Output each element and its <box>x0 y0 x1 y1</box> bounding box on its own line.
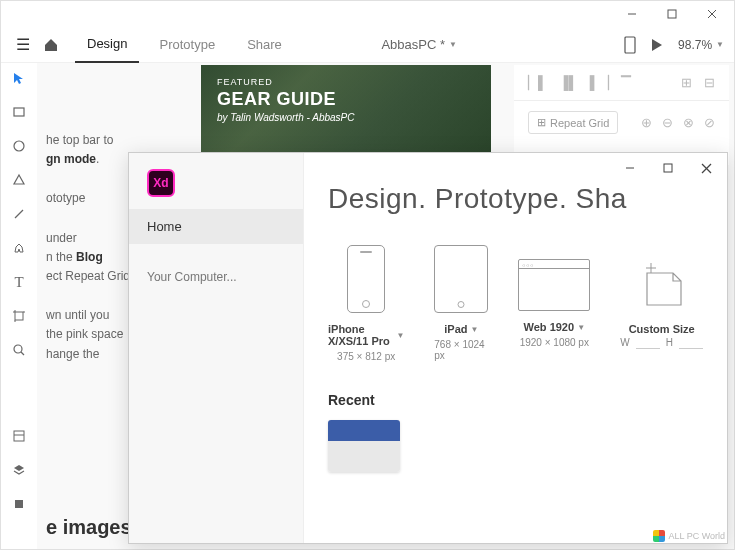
artboard-tool-icon[interactable] <box>10 307 28 325</box>
chevron-down-icon: ▼ <box>449 40 457 49</box>
properties-panel: ▏▌ ▐▌ ▌▕ ▔ ⊞ ⊟ ⊞ Repeat Grid ⊕ ⊖ ⊗ ⊘ <box>514 65 729 165</box>
nav-home[interactable]: Home <box>129 209 303 244</box>
align-right-icon[interactable]: ▌▕ <box>590 75 609 90</box>
select-tool-icon[interactable] <box>10 69 28 87</box>
distribute-v-icon[interactable]: ⊟ <box>704 75 715 90</box>
xd-logo-icon: Xd <box>147 169 175 197</box>
width-label: W <box>620 337 629 348</box>
preset-name-label: iPad <box>444 323 467 335</box>
maximize-button[interactable] <box>652 1 692 27</box>
exclude-icon[interactable]: ⊘ <box>704 115 715 130</box>
tablet-icon <box>434 245 488 313</box>
svg-rect-17 <box>15 500 23 508</box>
welcome-maximize-button[interactable] <box>649 154 687 182</box>
boolean-ops: ⊕ ⊖ ⊗ ⊘ <box>641 115 715 130</box>
align-center-h-icon[interactable]: ▐▌ <box>559 75 577 90</box>
chevron-down-icon: ▼ <box>470 325 478 334</box>
zoom-tool-icon[interactable] <box>10 341 28 359</box>
preset-iphone[interactable]: iPhone X/XS/11 Pro ▼ 375 × 812 px <box>328 245 404 362</box>
repeat-grid-row: ⊞ Repeat Grid ⊕ ⊖ ⊗ ⊘ <box>514 101 729 144</box>
recent-heading: Recent <box>328 392 703 408</box>
repeat-grid-label: Repeat Grid <box>550 117 609 129</box>
chevron-down-icon: ▼ <box>577 323 585 332</box>
help-text: wn until you <box>46 308 109 322</box>
nav-your-computer[interactable]: Your Computer... <box>129 260 303 294</box>
main-titlebar <box>1 1 734 27</box>
phone-icon <box>347 245 385 313</box>
help-text: Blog <box>76 250 103 264</box>
repeat-grid-button[interactable]: ⊞ Repeat Grid <box>528 111 618 134</box>
preset-custom[interactable]: Custom Size W H <box>620 245 703 362</box>
hero-featured-label: FEATURED <box>217 77 475 87</box>
recent-file-thumb[interactable] <box>328 420 400 472</box>
grid-icon: ⊞ <box>537 116 546 129</box>
right-controls: 98.7% ▼ <box>624 36 724 54</box>
help-text: gn mode <box>46 152 96 166</box>
tab-design[interactable]: Design <box>75 27 139 63</box>
chevron-down-icon: ▼ <box>396 331 404 340</box>
height-input[interactable] <box>679 335 703 349</box>
project-name[interactable]: AbbasPC * ▼ <box>381 37 457 52</box>
polygon-tool-icon[interactable] <box>10 171 28 189</box>
welcome-main: Design. Prototype. Sha iPhone X/XS/11 Pr… <box>304 153 727 543</box>
help-text: under <box>46 231 77 245</box>
layers-icon[interactable] <box>10 461 28 479</box>
home-icon[interactable] <box>43 37 67 53</box>
play-icon[interactable] <box>650 38 664 52</box>
hero-artboard[interactable]: FEATURED GEAR GUIDE by Talin Wadsworth -… <box>201 65 491 165</box>
svg-rect-8 <box>15 312 23 320</box>
svg-rect-4 <box>625 37 635 53</box>
align-top-icon[interactable]: ▔ <box>621 75 631 90</box>
distribute-h-icon[interactable]: ⊞ <box>681 75 692 90</box>
project-name-label: AbbasPC * <box>381 37 445 52</box>
help-text: n the <box>46 250 73 264</box>
browser-icon: ○○○ <box>518 259 590 311</box>
left-toolbar: T <box>1 63 37 523</box>
intersect-icon[interactable]: ⊗ <box>683 115 694 130</box>
plugins-icon[interactable] <box>10 495 28 513</box>
watermark: ALL PC World <box>653 530 725 542</box>
preset-name-label: Web 1920 <box>524 321 575 333</box>
help-text: ect Repeat Grid <box>46 269 130 283</box>
subtract-icon[interactable]: ⊖ <box>662 115 673 130</box>
line-tool-icon[interactable] <box>10 205 28 223</box>
zoom-control[interactable]: 98.7% ▼ <box>678 38 724 52</box>
tab-share[interactable]: Share <box>235 27 294 63</box>
hero-title: GEAR GUIDE <box>217 89 475 110</box>
preset-dims-label: 375 × 812 px <box>337 351 395 362</box>
menu-icon[interactable]: ☰ <box>11 35 35 54</box>
svg-point-13 <box>14 345 22 353</box>
preset-dims-label: 1920 × 1080 px <box>520 337 589 348</box>
watermark-text: ALL PC World <box>668 531 725 541</box>
svg-rect-1 <box>668 10 676 18</box>
ellipse-tool-icon[interactable] <box>10 137 28 155</box>
close-button[interactable] <box>692 1 732 27</box>
svg-rect-5 <box>14 108 24 116</box>
custom-size-inputs: W H <box>620 335 703 349</box>
align-tools-row: ▏▌ ▐▌ ▌▕ ▔ ⊞ ⊟ <box>514 65 729 101</box>
tab-prototype[interactable]: Prototype <box>147 27 227 63</box>
welcome-minimize-button[interactable] <box>611 154 649 182</box>
welcome-close-button[interactable] <box>687 154 725 182</box>
hero-byline: by Talin Wadsworth - AbbasPC <box>217 112 475 123</box>
assets-icon[interactable] <box>10 427 28 445</box>
zoom-value: 98.7% <box>678 38 712 52</box>
align-left-icon[interactable]: ▏▌ <box>528 75 547 90</box>
preset-ipad[interactable]: iPad ▼ 768 × 1024 px <box>434 245 488 362</box>
text-tool-icon[interactable]: T <box>10 273 28 291</box>
custom-size-icon <box>637 255 687 313</box>
device-preview-icon[interactable] <box>624 36 636 54</box>
svg-rect-19 <box>664 164 672 172</box>
add-icon[interactable]: ⊕ <box>641 115 652 130</box>
help-text: he top bar to <box>46 133 113 147</box>
svg-point-6 <box>14 141 24 151</box>
images-heading: e images <box>46 516 132 539</box>
pen-tool-icon[interactable] <box>10 239 28 257</box>
minimize-button[interactable] <box>612 1 652 27</box>
width-input[interactable] <box>636 335 660 349</box>
rectangle-tool-icon[interactable] <box>10 103 28 121</box>
preset-name-label: iPhone X/XS/11 Pro <box>328 323 393 347</box>
preset-web[interactable]: ○○○ Web 1920 ▼ 1920 × 1080 px <box>518 245 590 362</box>
height-label: H <box>666 337 673 348</box>
welcome-sidebar: Xd Home Your Computer... <box>129 153 304 543</box>
